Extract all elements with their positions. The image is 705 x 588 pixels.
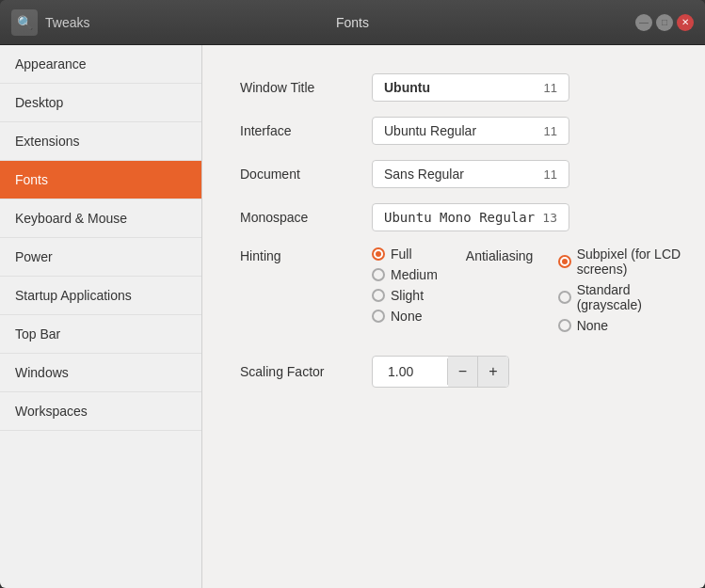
document-label: Document <box>240 167 372 182</box>
hinting-antialiasing-row: Hinting Full Medium Slight <box>240 246 667 333</box>
sidebar-item-startup-applications[interactable]: Startup Applications <box>0 277 201 315</box>
app-window: 🔍 Tweaks Fonts — □ ✕ Appearance Desktop <box>0 0 705 588</box>
aa-none-radio[interactable] <box>558 319 571 332</box>
sidebar-item-top-bar[interactable]: Top Bar <box>0 315 201 354</box>
monospace-row: Monospace Ubuntu Mono Regular 13 <box>240 203 667 231</box>
scaling-row: Scaling Factor 1.00 − + <box>240 356 667 388</box>
antialiasing-label: Antialiasing <box>466 246 558 263</box>
interface-font-size: 11 <box>544 124 557 138</box>
section-title: Fonts <box>336 15 369 30</box>
sidebar-item-desktop[interactable]: Desktop <box>0 84 201 122</box>
titlebar-left: 🔍 Tweaks <box>11 9 89 36</box>
scaling-decrease-icon: − <box>458 363 467 380</box>
sidebar-item-keyboard-mouse[interactable]: Keyboard & Mouse <box>0 199 201 238</box>
hinting-medium-radio[interactable] <box>372 268 385 281</box>
maximize-icon: □ <box>662 17 667 27</box>
aa-standard-radio[interactable] <box>558 291 571 304</box>
hinting-full-label: Full <box>391 246 412 262</box>
hinting-slight-label: Slight <box>391 288 424 303</box>
aa-subpixel-radio[interactable] <box>558 255 571 268</box>
sidebar: Appearance Desktop Extensions Fonts Keyb… <box>0 45 202 588</box>
window-title-row: Window Title Ubuntu 11 <box>240 73 667 102</box>
scaling-value: 1.00 <box>373 358 448 385</box>
hinting-section: Hinting Full Medium Slight <box>240 246 438 324</box>
aa-standard-label: Standard (grayscale) <box>577 282 681 312</box>
minimize-icon: — <box>639 17 649 27</box>
app-title: Tweaks <box>45 15 89 30</box>
monospace-font-size: 13 <box>542 211 557 225</box>
hinting-none-radio[interactable] <box>372 310 385 323</box>
antialiasing-section: Antialiasing Subpixel (for LCD screens) … <box>466 246 681 333</box>
document-font-name: Sans Regular <box>384 167 464 182</box>
window-title-font-button[interactable]: Ubuntu 11 <box>372 73 569 102</box>
hinting-slight-radio[interactable] <box>372 289 385 302</box>
content-area: Appearance Desktop Extensions Fonts Keyb… <box>0 45 705 588</box>
scaling-input-group: 1.00 − + <box>372 356 509 388</box>
close-icon: ✕ <box>681 17 689 27</box>
scaling-increase-icon: + <box>489 363 497 380</box>
maximize-button[interactable]: □ <box>656 14 673 31</box>
aa-subpixel-option[interactable]: Subpixel (for LCD screens) <box>558 246 681 277</box>
main-panel: Window Title Ubuntu 11 Interface Ubuntu … <box>202 45 705 588</box>
aa-subpixel-label: Subpixel (for LCD screens) <box>577 246 681 277</box>
window-title-label: Window Title <box>240 80 372 95</box>
hinting-medium-option[interactable]: Medium <box>372 267 438 282</box>
sidebar-item-appearance[interactable]: Appearance <box>0 45 201 84</box>
window-title-font-size: 11 <box>544 81 557 95</box>
sidebar-item-workspaces[interactable]: Workspaces <box>0 392 201 431</box>
sidebar-item-power[interactable]: Power <box>0 238 201 277</box>
interface-font-name: Ubuntu Regular <box>384 123 476 138</box>
hinting-none-option[interactable]: None <box>372 309 438 324</box>
document-font-button[interactable]: Sans Regular 11 <box>372 160 569 188</box>
antialiasing-radio-group: Subpixel (for LCD screens) Standard (gra… <box>558 246 681 333</box>
hinting-slight-option[interactable]: Slight <box>372 288 438 303</box>
aa-standard-option[interactable]: Standard (grayscale) <box>558 282 681 312</box>
aa-none-label: None <box>577 318 608 333</box>
search-icon: 🔍 <box>17 15 33 30</box>
interface-font-button[interactable]: Ubuntu Regular 11 <box>372 117 569 145</box>
aa-none-option[interactable]: None <box>558 318 681 333</box>
hinting-medium-label: Medium <box>391 267 438 282</box>
hinting-radio-group: Full Medium Slight None <box>372 246 438 324</box>
window-controls: — □ ✕ <box>635 14 694 31</box>
minimize-button[interactable]: — <box>635 14 652 31</box>
sidebar-item-windows[interactable]: Windows <box>0 354 201 392</box>
sidebar-item-extensions[interactable]: Extensions <box>0 122 201 161</box>
scaling-increase-button[interactable]: + <box>478 357 508 387</box>
document-font-size: 11 <box>544 167 557 182</box>
document-row: Document Sans Regular 11 <box>240 160 667 188</box>
hinting-none-label: None <box>391 309 422 324</box>
window-title-font-name: Ubuntu <box>384 80 430 95</box>
interface-label: Interface <box>240 123 372 138</box>
close-button[interactable]: ✕ <box>677 14 694 31</box>
monospace-label: Monospace <box>240 210 372 225</box>
sidebar-item-fonts[interactable]: Fonts <box>0 161 201 199</box>
scaling-decrease-button[interactable]: − <box>448 357 478 387</box>
search-button[interactable]: 🔍 <box>11 9 38 36</box>
hinting-full-option[interactable]: Full <box>372 246 438 262</box>
monospace-font-name: Ubuntu Mono Regular <box>384 210 535 225</box>
interface-row: Interface Ubuntu Regular 11 <box>240 117 667 145</box>
hinting-full-radio[interactable] <box>372 247 385 261</box>
hinting-label: Hinting <box>240 246 372 263</box>
scaling-label: Scaling Factor <box>240 364 372 379</box>
monospace-font-button[interactable]: Ubuntu Mono Regular 13 <box>372 203 569 231</box>
titlebar: 🔍 Tweaks Fonts — □ ✕ <box>0 0 705 45</box>
